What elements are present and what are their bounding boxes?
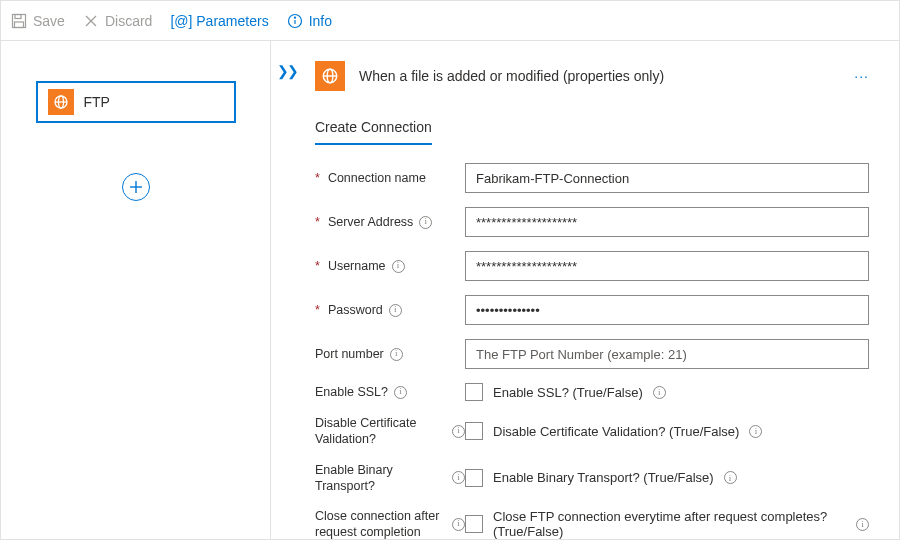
info-icon[interactable]: i [856,518,869,531]
server-address-input[interactable] [465,207,869,237]
svg-rect-2 [15,22,24,28]
info-icon[interactable]: i [452,518,465,531]
collapse-panel-button[interactable]: ❯❯ [277,63,297,79]
enable-ssl-checkbox-label: Enable SSL? (True/False) [493,385,643,400]
save-icon [11,13,27,29]
add-step-button[interactable] [122,173,150,201]
disable-cert-checkbox-label: Disable Certificate Validation? (True/Fa… [493,424,739,439]
close-icon [83,13,99,29]
save-button: Save [11,13,65,29]
more-options-button[interactable]: ··· [854,68,869,84]
username-label: Username [328,258,386,274]
parameters-label: [@] Parameters [170,13,268,29]
info-icon[interactable]: i [389,304,402,317]
command-bar: Save Discard [@] Parameters Info [1,1,899,41]
details-panel: ❯❯ When a file is added or modified (pro… [271,41,899,539]
info-icon[interactable]: i [653,386,666,399]
binary-label: Enable Binary Transport? [315,462,446,495]
info-button[interactable]: Info [287,13,332,29]
info-icon [287,13,303,29]
plus-icon [129,180,143,194]
info-icon[interactable]: i [452,425,465,438]
panel-title: When a file is added or modified (proper… [359,68,664,84]
save-label: Save [33,13,65,29]
info-icon[interactable]: i [452,471,465,484]
close-conn-checkbox[interactable] [465,515,483,533]
password-input[interactable] [465,295,869,325]
connection-name-input[interactable] [465,163,869,193]
connection-name-label: Connection name [328,170,426,186]
password-label: Password [328,302,383,318]
enable-ssl-checkbox[interactable] [465,383,483,401]
close-conn-checkbox-label: Close FTP connection everytime after req… [493,509,846,539]
info-icon[interactable]: i [749,425,762,438]
designer-canvas: FTP [1,41,271,539]
discard-button: Discard [83,13,152,29]
enable-ssl-label: Enable SSL? [315,384,388,400]
info-icon[interactable]: i [419,216,432,229]
ftp-icon [48,89,74,115]
username-input[interactable] [465,251,869,281]
close-conn-label: Close connection after request completio… [315,508,446,539]
discard-label: Discard [105,13,152,29]
ftp-tile-label: FTP [84,94,110,110]
port-label: Port number [315,346,384,362]
info-icon[interactable]: i [390,348,403,361]
info-icon[interactable]: i [394,386,407,399]
info-label: Info [309,13,332,29]
svg-point-7 [294,17,295,18]
disable-cert-checkbox[interactable] [465,422,483,440]
binary-checkbox[interactable] [465,469,483,487]
server-address-label: Server Address [328,214,413,230]
trigger-icon [315,61,345,91]
port-input[interactable] [465,339,869,369]
tab-create-connection[interactable]: Create Connection [315,119,432,145]
disable-cert-label: Disable Certificate Validation? [315,415,446,448]
binary-checkbox-label: Enable Binary Transport? (True/False) [493,470,714,485]
parameters-button[interactable]: [@] Parameters [170,13,268,29]
info-icon[interactable]: i [724,471,737,484]
connection-form: Connection name Server Addressi Username… [315,163,869,539]
ftp-trigger-tile[interactable]: FTP [36,81,236,123]
info-icon[interactable]: i [392,260,405,273]
svg-rect-1 [15,14,21,18]
